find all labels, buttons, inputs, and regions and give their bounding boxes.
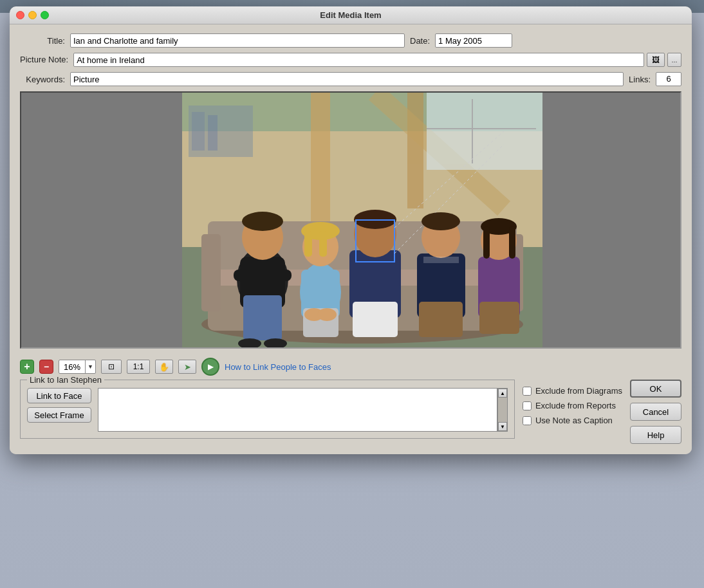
fit-button[interactable]: ⊡ [101,360,122,374]
title-row: Title: Date: [20,33,681,48]
svg-rect-6 [427,93,542,170]
links-value: 6 [656,72,681,86]
svg-rect-20 [243,295,282,340]
chevron-down-icon: ▼ [88,363,93,370]
note-input[interactable] [73,53,644,67]
svg-point-45 [421,212,460,230]
family-photo [182,93,542,349]
svg-point-25 [264,338,287,349]
svg-rect-46 [423,257,459,263]
link-to-face-button[interactable]: Link to Face [27,388,91,403]
ok-button[interactable]: OK [630,380,681,398]
link-buttons: Link to Face Select Frame [27,388,91,423]
svg-rect-43 [419,302,463,337]
scroll-down-button[interactable]: ▼ [498,422,507,431]
play-icon: ▶ [208,362,214,371]
exclude-reports-checkbox[interactable] [523,401,532,410]
links-group: Links: 6 [629,72,681,86]
use-note-row: Use Note as Caption [523,416,622,425]
bottom-panel: Link to Ian Stephen Link to Face Select … [20,380,681,444]
svg-rect-16 [201,234,221,311]
zoom-out-button[interactable]: − [39,360,53,374]
forward-icon: ➤ [184,362,191,372]
svg-rect-11 [208,115,218,151]
note-more-button[interactable]: ... [667,53,681,67]
svg-rect-38 [353,302,398,337]
textarea-scrollbar: ▲ ▼ [497,388,508,432]
pan-button[interactable]: ✋ [155,360,173,374]
maximize-button[interactable] [41,11,49,19]
exclude-reports-row: Exclude from Reports [523,401,622,410]
how-to-link-button[interactable]: How to Link People to Faces [225,362,331,372]
scroll-up-button[interactable]: ▲ [498,389,507,398]
exclude-diagrams-row: Exclude from Diagrams [523,386,622,396]
dots-icon: ... [671,56,677,64]
note-input-wrapper: 🖼 ... [73,53,681,67]
image-toolbar: + − 16% ▼ ⊡ 1:1 ✋ ➤ [20,354,681,380]
minimize-button[interactable] [28,11,37,19]
date-label: Date: [410,36,430,46]
date-group: Date: [410,33,512,48]
exclude-diagrams-label: Exclude from Diagrams [535,386,622,396]
keywords-label: Keywords: [20,75,65,84]
note-image-button[interactable]: 🖼 [647,53,665,67]
link-textarea[interactable] [98,388,497,432]
traffic-lights [16,11,49,19]
exclude-diagrams-checkbox[interactable] [523,387,532,396]
help-button[interactable]: Help [630,426,681,444]
edit-media-dialog: Edit Media Item Title: Date: Picture Not… [10,6,692,454]
exclude-reports-label: Exclude from Reports [535,401,616,410]
svg-rect-52 [509,226,515,259]
svg-point-22 [242,212,283,231]
note-label: Picture Note: [20,55,68,65]
one-to-one-button[interactable]: 1:1 [127,360,150,374]
svg-rect-4 [407,93,423,208]
links-label: Links: [629,75,651,84]
svg-rect-48 [479,302,519,334]
date-input[interactable] [435,33,512,48]
one-to-one-icon: 1:1 [133,362,144,371]
cancel-button[interactable]: Cancel [630,403,681,421]
title-bar: Edit Media Item [10,6,692,24]
svg-rect-32 [319,231,327,257]
title-input[interactable] [70,33,405,48]
svg-rect-23 [234,270,292,281]
zoom-in-button[interactable]: + [20,360,34,374]
zoom-select[interactable]: 16% ▼ [59,360,96,374]
keywords-row: Keywords: Links: 6 [20,72,681,86]
pan-icon: ✋ [159,362,169,372]
action-buttons: OK Cancel Help [630,380,681,444]
dialog-content: Title: Date: Picture Note: 🖼 ... Keywo [10,24,692,454]
image-icon: 🖼 [652,55,660,64]
note-row: Picture Note: 🖼 ... [20,53,681,67]
forward-button[interactable]: ➤ [178,360,196,374]
scroll-track [498,398,507,422]
svg-point-34 [317,308,337,321]
plus-icon: + [24,362,30,372]
svg-rect-51 [483,226,490,259]
close-button[interactable] [16,11,24,19]
link-group-legend: Link to Ian Stephen [27,375,104,385]
zoom-dropdown-arrow[interactable]: ▼ [85,360,95,374]
use-note-checkbox[interactable] [523,416,532,425]
image-area [20,91,681,349]
select-frame-button[interactable]: Select Frame [27,407,91,423]
minus-icon: − [44,362,49,372]
text-area-wrapper: ▲ ▼ [98,388,508,432]
keywords-input[interactable] [70,72,624,86]
svg-point-24 [238,338,261,349]
zoom-value: 16% [59,362,85,372]
svg-rect-8 [427,128,536,129]
link-group-inner: Link to Face Select Frame ▲ ▼ [27,388,508,432]
svg-rect-7 [472,99,473,163]
link-to-person-group: Link to Ian Stephen Link to Face Select … [20,380,515,439]
right-gray-area [521,93,680,349]
checkboxes-group: Exclude from Diagrams Exclude from Repor… [523,380,622,425]
fit-icon: ⊡ [108,362,115,371]
svg-rect-31 [304,231,312,257]
play-button[interactable]: ▶ [201,358,219,376]
svg-rect-10 [192,112,205,151]
svg-rect-3 [311,93,330,221]
left-gray-area [21,93,182,349]
use-note-label: Use Note as Caption [535,416,613,425]
